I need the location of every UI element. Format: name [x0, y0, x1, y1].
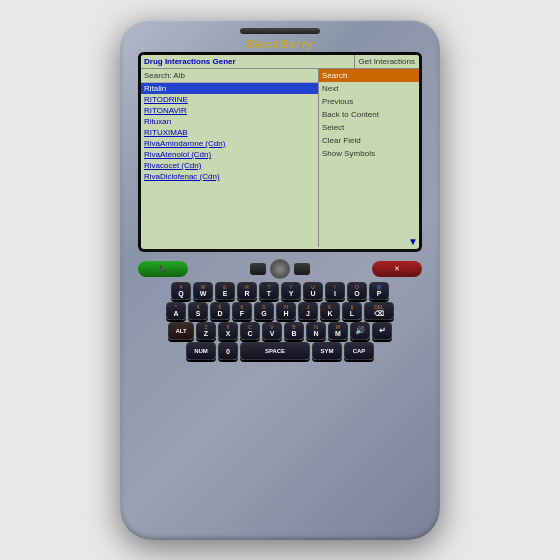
scroll-down-icon: ▼	[408, 236, 418, 247]
key-b[interactable]: BB	[284, 322, 304, 340]
key-del[interactable]: DEL⌫	[364, 302, 394, 320]
key-h[interactable]: HH	[276, 302, 296, 320]
key-num[interactable]: NUM	[186, 342, 216, 360]
key-z[interactable]: ZZ	[196, 322, 216, 340]
key-enter[interactable]: ↵	[372, 322, 392, 340]
key-y[interactable]: YY	[281, 282, 301, 300]
keyboard: #Q WW EE RR TT YY UU II OO @P *A 4S 5D 6…	[132, 282, 428, 516]
key-j[interactable]: JJ	[298, 302, 318, 320]
drug-list-item-4[interactable]: RITUXIMAB	[141, 127, 318, 138]
drug-list-item-1[interactable]: RITODRINE	[141, 94, 318, 105]
drug-list-item-0[interactable]: Ritalin	[141, 83, 318, 94]
drug-list-panel: Search: Alb Ritalin RITODRINE RITONAVIR …	[141, 69, 319, 247]
screen: Drug Interactions Gener Get Interactions…	[141, 55, 419, 249]
key-f[interactable]: 6F	[232, 302, 252, 320]
screen-header-title: Drug Interactions Gener	[141, 55, 354, 68]
right-btn[interactable]	[294, 263, 310, 275]
drug-list: Ritalin RITODRINE RITONAVIR Rituxan RITU…	[141, 83, 318, 182]
key-a[interactable]: *A	[166, 302, 186, 320]
key-l[interactable]: ||L	[342, 302, 362, 320]
key-p[interactable]: @P	[369, 282, 389, 300]
key-i[interactable]: II	[325, 282, 345, 300]
key-q[interactable]: #Q	[171, 282, 191, 300]
menu-item-select[interactable]: Select	[319, 121, 419, 134]
keyboard-row-1: #Q WW EE RR TT YY UU II OO @P	[132, 282, 428, 300]
drug-list-item-2[interactable]: RITONAVIR	[141, 105, 318, 116]
screen-header: Drug Interactions Gener Get Interactions	[141, 55, 419, 69]
key-sym[interactable]: SYM	[312, 342, 342, 360]
keyboard-row-2: *A 4S 5D 6F GG HH JJ KK ||L DEL⌫	[132, 302, 428, 320]
screen-header-action: Get Interactions	[354, 55, 419, 68]
nav-strip: 📞 ✕	[138, 258, 422, 280]
trackball[interactable]	[270, 259, 290, 279]
antenna-bar	[240, 28, 320, 34]
key-x[interactable]: XX	[218, 322, 238, 340]
left-btn[interactable]	[250, 263, 266, 275]
key-speaker[interactable]: 🔊	[350, 322, 370, 340]
call-button[interactable]: 📞	[138, 261, 188, 277]
menu-item-next[interactable]: Next	[319, 82, 419, 95]
end-icon: ✕	[394, 265, 400, 273]
drug-list-item-8[interactable]: RivaDiclofenac (Cdn)	[141, 171, 318, 182]
key-space[interactable]: SPACE	[240, 342, 310, 360]
key-c[interactable]: CC	[240, 322, 260, 340]
blackberry-device: BlackBerry Drug Interactions Gener Get I…	[120, 20, 440, 540]
key-u[interactable]: UU	[303, 282, 323, 300]
key-m[interactable]: MM	[328, 322, 348, 340]
drug-list-item-5[interactable]: RivaAmiodarone (Cdn)	[141, 138, 318, 149]
key-g[interactable]: GG	[254, 302, 274, 320]
menu-item-previous[interactable]: Previous	[319, 95, 419, 108]
key-s[interactable]: 4S	[188, 302, 208, 320]
screen-bezel: Drug Interactions Gener Get Interactions…	[138, 52, 422, 252]
key-v[interactable]: VV	[262, 322, 282, 340]
key-t[interactable]: TT	[259, 282, 279, 300]
key-w[interactable]: WW	[193, 282, 213, 300]
drug-list-item-6[interactable]: RivaAtenolol (Cdn)	[141, 149, 318, 160]
menu-item-show-symbols[interactable]: Show Symbols	[319, 147, 419, 160]
brand-label: BlackBerry	[246, 38, 314, 50]
keyboard-row-3: ALT ZZ XX CC VV BB NN MM 🔊 ↵	[132, 322, 428, 340]
screen-content: Search: Alb Ritalin RITODRINE RITONAVIR …	[141, 69, 419, 247]
key-e[interactable]: EE	[215, 282, 235, 300]
menu-item-search[interactable]: Search	[319, 69, 419, 82]
key-0[interactable]: 0	[218, 342, 238, 360]
key-r[interactable]: RR	[237, 282, 257, 300]
search-row: Search: Alb	[141, 69, 318, 83]
menu-item-back-to-content[interactable]: Back to Content	[319, 108, 419, 121]
menu-item-clear-field[interactable]: Clear Field	[319, 134, 419, 147]
key-d[interactable]: 5D	[210, 302, 230, 320]
key-n[interactable]: NN	[306, 322, 326, 340]
call-icon: 📞	[159, 265, 168, 273]
drug-list-item-3[interactable]: Rituxan	[141, 116, 318, 127]
key-k[interactable]: KK	[320, 302, 340, 320]
keyboard-row-4: NUM 0 SPACE SYM CAP	[132, 342, 428, 360]
key-cap[interactable]: CAP	[344, 342, 374, 360]
drug-list-item-7[interactable]: Rivacocet (Cdn)	[141, 160, 318, 171]
key-alt[interactable]: ALT	[168, 322, 194, 340]
end-button[interactable]: ✕	[372, 261, 422, 277]
device-body: BlackBerry Drug Interactions Gener Get I…	[120, 20, 440, 540]
key-o[interactable]: OO	[347, 282, 367, 300]
context-menu-panel: Search Next Previous Back to Content Sel…	[319, 69, 419, 247]
